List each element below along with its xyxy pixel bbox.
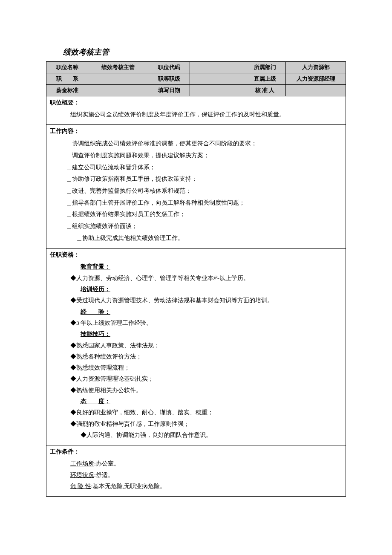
value-position-code [190,62,244,73]
condition-environment: 环境状况:舒适。 [50,470,342,481]
skills-heading: 技能技巧： [50,329,342,340]
label-approver: 核 准 人 [244,85,285,96]
condition-place: 工作场所:办公室。 [50,458,342,469]
training-heading: 培训经历： [50,284,342,295]
education-item: ◆人力资源、劳动经济、心理学、管理学等相关专业本科以上学历。 [50,273,342,284]
content-box: 职位概要： 组织实施公司全员绩效评价制度及年度评价工作，保证评价工作的及时性和质… [46,96,346,497]
skill-item: ◆熟悉绩效管理流程； [50,362,342,373]
value-salary [88,85,148,96]
attitude-item: ◆强烈的敬业精神与责任感，工作原则性强； [50,419,342,430]
value-supervisor: 人力资源部经理 [286,73,346,85]
section-qualifications: 任职资格： 教育背景： ◆人力资源、劳动经济、心理学、管理学等相关专业本科以上学… [46,249,346,445]
section-summary: 职位概要： 组织实施公司全员绩效评价制度及年度评价工作，保证评价工作的及时性和质… [46,96,346,125]
attitude-item-last: ◆人际沟通、协调能力强，良好的团队合作意识。 [50,430,342,441]
condition-risk: 危 险 性:基本无危险,无职业病危险。 [50,481,342,492]
experience-heading: 经 验： [50,306,342,318]
training-item: ◆受过现代人力资源管理技术、劳动法律法规和基本财会知识等方面的培训。 [50,295,342,306]
value-position-name: 绩效考核主管 [88,62,148,73]
qualifications-label: 任职资格： [50,251,342,259]
duty-item: ＿组织实施绩效评价面谈； [50,220,342,232]
skill-item: ◆熟悉国家人事政策、法律法规； [50,340,342,351]
duty-item: ＿根据绩效评价结果实施对员工的奖惩工作； [50,208,342,220]
skill-item: ◆人力资源管理理论基础扎实； [50,373,342,384]
value-department: 人力资源部 [286,62,346,73]
header-row-1: 职位名称 绩效考核主管 职位代码 所属部门 人力资源部 [46,62,346,73]
label-job-grade: 职等职级 [148,73,190,85]
duty-item-last: ＿协助上级完成其他相关绩效管理工作。 [50,232,342,244]
skill-item: ◆熟练使用相关办公软件。 [50,385,342,396]
skill-item: ◆熟悉各种绩效评价方法； [50,351,342,362]
duty-item: ＿建立公司职位流动和晋升体系； [50,162,342,173]
label-fill-date: 填写日期 [148,85,190,96]
duties-label: 工作内容： [50,127,342,135]
attitude-heading: 态 度： [50,396,342,407]
section-conditions: 工作条件： 工作场所:办公室。 环境状况:舒适。 危 险 性:基本无危险,无职业… [46,445,346,496]
duty-item: ＿协调组织完成公司绩效评价标准的调整，使其更符合不同阶段的要求； [50,138,342,150]
summary-text: 组织实施公司全员绩效评价制度及年度评价工作，保证评价工作的及时性和质量。 [50,109,342,120]
label-job-family: 职 系 [46,73,88,85]
duty-item: ＿指导各部门主管开展评价工作，向员工解释各种相关制度性问题； [50,197,342,209]
header-row-2: 职 系 职等职级 直属上级 人力资源部经理 [46,73,346,85]
duty-item: ＿协助修订政策指南和员工手册，提供政策支持； [50,173,342,185]
label-salary: 薪金标准 [46,85,88,96]
label-position-code: 职位代码 [148,62,190,73]
duty-item: ＿调查评价制度实施问题和效果，提供建议解决方案； [50,150,342,162]
value-job-grade [190,73,244,85]
value-job-family [88,73,148,85]
header-row-3: 薪金标准 填写日期 核 准 人 [46,85,346,96]
education-heading: 教育背景： [50,261,342,272]
section-duties: 工作内容： ＿协调组织完成公司绩效评价标准的调整，使其更符合不同阶段的要求； ＿… [46,125,346,249]
value-approver [286,85,346,96]
label-supervisor: 直属上级 [244,73,285,85]
label-position-name: 职位名称 [46,62,88,73]
header-table: 职位名称 绩效考核主管 职位代码 所属部门 人力资源部 职 系 职等职级 直属上… [46,61,346,96]
value-fill-date [190,85,244,96]
attitude-item: ◆良好的职业操守，细致、耐心、谨慎、踏实、稳重； [50,407,342,418]
conditions-label: 工作条件： [50,448,342,456]
summary-label: 职位概要： [50,99,342,107]
duty-item: ＿改进、完善并监督执行公司考核体系和规范； [50,185,342,197]
label-department: 所属部门 [244,62,285,73]
experience-item: ◆3 年以上绩效管理工作经验。 [50,318,342,329]
document-title: 绩效考核主管 [63,47,346,57]
